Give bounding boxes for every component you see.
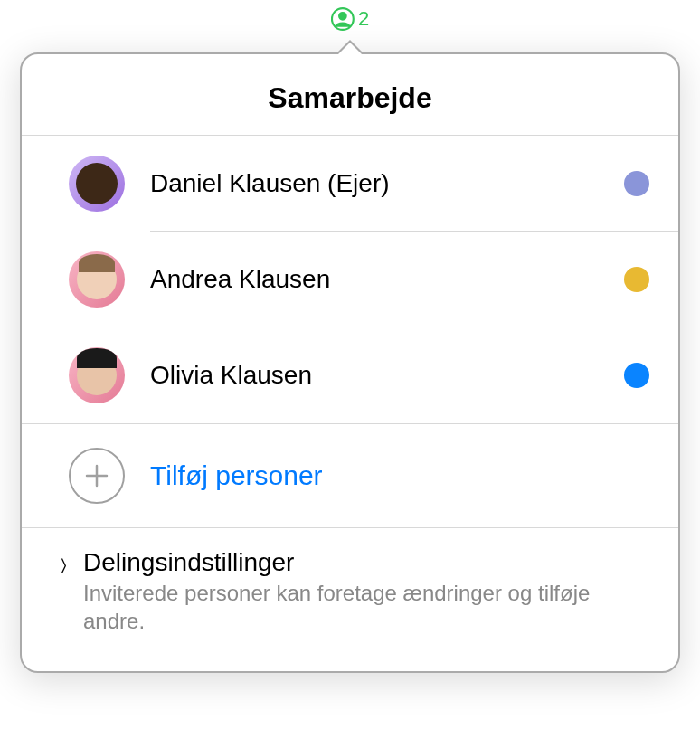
person-badge-icon xyxy=(331,7,355,31)
collaborator-row[interactable]: Olivia Klausen xyxy=(22,327,678,424)
avatar xyxy=(69,156,125,212)
presence-color-dot xyxy=(624,171,649,196)
collaborator-count: 2 xyxy=(358,7,369,31)
presence-color-dot xyxy=(624,267,649,292)
popover-title: Samarbejde xyxy=(22,81,678,115)
settings-description: Inviterede personer kan foretage ændring… xyxy=(83,579,649,635)
collaboration-indicator[interactable]: 2 xyxy=(331,7,369,31)
collaboration-popover: Samarbejde Daniel Klausen (Ejer) Andrea … xyxy=(20,52,680,673)
sharing-settings-button[interactable]: 〉 Delingsindstillinger Inviterede person… xyxy=(22,528,678,671)
collaborator-row[interactable]: Daniel Klausen (Ejer) xyxy=(22,136,678,232)
collaborator-name: Olivia Klausen xyxy=(150,361,312,390)
avatar xyxy=(69,251,125,308)
avatar xyxy=(69,347,125,403)
add-people-label: Tilføj personer xyxy=(150,460,323,491)
svg-point-1 xyxy=(339,13,346,20)
collaborator-name: Andrea Klausen xyxy=(150,265,330,294)
add-people-button[interactable]: Tilføj personer xyxy=(22,424,678,528)
settings-title: Delingsindstillinger xyxy=(83,548,649,577)
collaborator-list: Daniel Klausen (Ejer) Andrea Klausen Oli… xyxy=(22,136,678,424)
popover-header: Samarbejde xyxy=(22,54,678,136)
collaborator-row[interactable]: Andrea Klausen xyxy=(22,232,678,327)
presence-color-dot xyxy=(624,363,649,388)
plus-circle-icon xyxy=(69,448,125,504)
chevron-right-icon: 〉 xyxy=(60,555,76,577)
collaborator-name: Daniel Klausen (Ejer) xyxy=(150,169,390,198)
